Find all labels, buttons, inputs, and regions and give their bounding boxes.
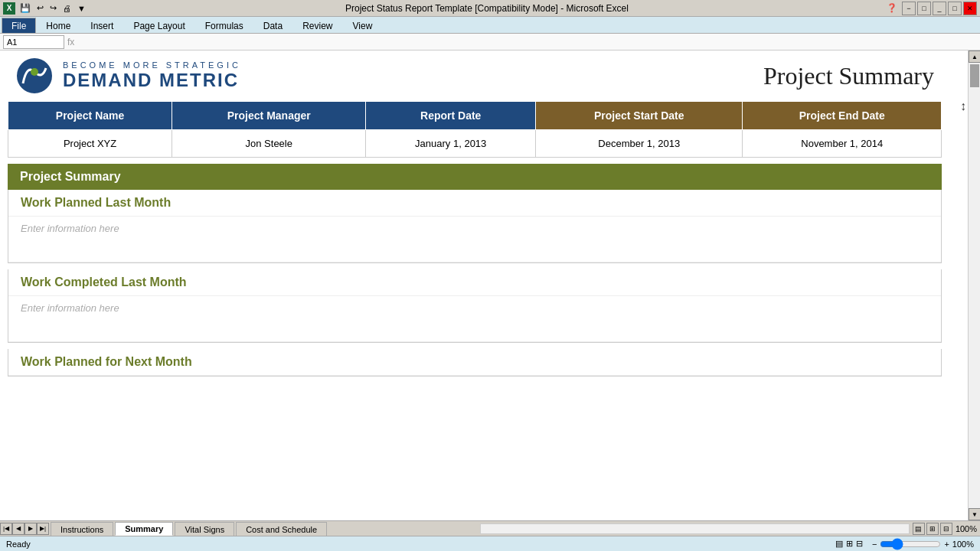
subsection-body-work-planned[interactable]: Enter information here bbox=[8, 217, 941, 262]
col-header-project-manager: Project Manager bbox=[172, 102, 366, 130]
logo-tagline: Become More Strategic bbox=[63, 60, 241, 70]
vertical-scrollbar[interactable]: ▲ ▼ bbox=[968, 51, 980, 520]
page-layout-view-button[interactable]: ⊞ bbox=[926, 523, 939, 535]
cell-report-date[interactable]: January 1, 2013 bbox=[366, 130, 536, 158]
status-left: Ready bbox=[6, 540, 31, 549]
header-area: Become More Strategic Demand Metric Proj… bbox=[0, 51, 949, 101]
spreadsheet-content: Become More Strategic Demand Metric Proj… bbox=[0, 51, 949, 377]
title-bar-left: X 💾 ↩ ↪ 🖨 ▼ bbox=[3, 2, 87, 15]
normal-view-button[interactable]: ▤ bbox=[913, 523, 925, 535]
tab-review[interactable]: Review bbox=[292, 18, 342, 33]
placeholder-work-completed: Enter information here bbox=[21, 302, 119, 314]
col-header-project-start-date: Project Start Date bbox=[536, 102, 743, 130]
name-box[interactable] bbox=[3, 35, 64, 49]
zoom-minus-button[interactable]: − bbox=[872, 540, 877, 549]
print-qat-button[interactable]: 🖨 bbox=[61, 4, 73, 13]
zoom-level: 100% bbox=[956, 524, 977, 533]
minimize-button[interactable]: _ bbox=[933, 2, 946, 15]
formula-bar: fx bbox=[0, 34, 980, 51]
sheet-nav-first[interactable]: |◀ bbox=[0, 523, 12, 535]
col-header-project-end-date: Project End Date bbox=[743, 102, 942, 130]
sheet-tab-vital-signs[interactable]: Vital Signs bbox=[175, 522, 234, 536]
zoom-percentage: 100% bbox=[952, 540, 974, 549]
col-header-project-name: Project Name bbox=[8, 102, 172, 130]
scroll-up-button[interactable]: ▲ bbox=[969, 51, 980, 63]
sheet-tabs: Instructions Summary Vital Signs Cost an… bbox=[49, 521, 477, 536]
cell-project-name[interactable]: Project XYZ bbox=[8, 130, 172, 158]
formula-divider: fx bbox=[67, 37, 74, 47]
demand-metric-logo-icon bbox=[15, 57, 54, 95]
tab-view[interactable]: View bbox=[343, 18, 383, 33]
tab-formulas[interactable]: Formulas bbox=[195, 18, 253, 33]
subsection-work-planned-next-month: Work Planned for Next Month bbox=[8, 349, 942, 377]
logo-text: Become More Strategic Demand Metric bbox=[63, 60, 241, 91]
tab-page-layout[interactable]: Page Layout bbox=[123, 18, 194, 33]
tab-data[interactable]: Data bbox=[253, 18, 292, 33]
logo-name: Demand Metric bbox=[63, 70, 241, 91]
col-header-report-date: Report Date bbox=[366, 102, 536, 130]
scroll-thumb[interactable] bbox=[970, 64, 979, 87]
view-buttons: ▤ ⊞ ⊟ bbox=[913, 523, 952, 535]
title-bar: X 💾 ↩ ↪ 🖨 ▼ Project Status Report Templa… bbox=[0, 0, 980, 17]
page-break-view-button[interactable]: ⊟ bbox=[940, 523, 952, 535]
sheet-tab-cost-schedule[interactable]: Cost and Schedule bbox=[236, 522, 327, 536]
svg-point-1 bbox=[31, 68, 38, 76]
tab-file[interactable]: File bbox=[2, 18, 36, 33]
cell-project-end-date[interactable]: November 1, 2014 bbox=[743, 130, 942, 158]
sheet-nav-prev[interactable]: ◀ bbox=[12, 523, 24, 535]
status-right: ▤ ⊞ ⊟ − + 100% bbox=[835, 538, 974, 550]
zoom-plus-button[interactable]: + bbox=[944, 540, 949, 549]
excel-app-icon: X bbox=[3, 2, 15, 15]
scroll-down-button[interactable]: ▼ bbox=[969, 508, 980, 520]
save-qat-button[interactable]: 💾 bbox=[18, 3, 32, 13]
subsection-work-completed-last-month: Work Completed Last Month Enter informat… bbox=[8, 269, 942, 343]
close-button[interactable]: ✕ bbox=[963, 2, 977, 15]
cell-project-start-date[interactable]: December 1, 2013 bbox=[536, 130, 743, 158]
ribbon-expand-button[interactable]: □ bbox=[917, 2, 931, 15]
excel-window: X 💾 ↩ ↪ 🖨 ▼ Project Status Report Templa… bbox=[0, 0, 980, 551]
subsection-title-work-planned-next: Work Planned for Next Month bbox=[8, 349, 941, 376]
tab-insert[interactable]: Insert bbox=[80, 18, 123, 33]
logo-left: Become More Strategic Demand Metric bbox=[15, 57, 241, 95]
page-break-status-icon[interactable]: ⊟ bbox=[856, 539, 863, 549]
sheet-tab-instructions[interactable]: Instructions bbox=[51, 522, 113, 536]
ribbon-tabs: File Home Insert Page Layout Formulas Da… bbox=[0, 17, 980, 34]
subsection-title-work-completed: Work Completed Last Month bbox=[8, 269, 941, 296]
help-icon[interactable]: ❓ bbox=[887, 3, 897, 13]
horizontal-scrollbar[interactable] bbox=[480, 523, 910, 534]
customize-qat-button[interactable]: ▼ bbox=[76, 4, 87, 13]
normal-view-status-icon[interactable]: ▤ bbox=[835, 539, 843, 549]
ribbon-minimize-button[interactable]: − bbox=[902, 2, 916, 15]
page-title: Project Summary bbox=[763, 62, 934, 90]
redo-qat-button[interactable]: ↪ bbox=[48, 3, 58, 13]
subsection-work-planned-last-month: Work Planned Last Month Enter informatio… bbox=[8, 190, 942, 263]
status-ready: Ready bbox=[6, 540, 31, 549]
maximize-button[interactable]: □ bbox=[948, 2, 962, 15]
project-info-table: Project Name Project Manager Report Date… bbox=[8, 101, 942, 158]
tab-home[interactable]: Home bbox=[36, 18, 80, 33]
status-bar: Ready ▤ ⊞ ⊟ − + 100% bbox=[0, 536, 980, 551]
sheet-tab-summary[interactable]: Summary bbox=[115, 522, 173, 536]
sheet-nav-last[interactable]: ▶| bbox=[37, 523, 49, 535]
title-bar-right: ❓ − □ _ □ ✕ bbox=[887, 2, 977, 15]
undo-qat-button[interactable]: ↩ bbox=[35, 3, 45, 13]
cursor-indicator: ↕ bbox=[960, 99, 966, 113]
table-row: Project XYZ Jon Steele January 1, 2013 D… bbox=[8, 130, 942, 158]
project-summary-section-header: Project Summary bbox=[8, 164, 942, 190]
cell-project-manager[interactable]: Jon Steele bbox=[172, 130, 366, 158]
page-layout-status-icon[interactable]: ⊞ bbox=[846, 539, 853, 549]
subsection-body-work-completed[interactable]: Enter information here bbox=[8, 296, 941, 342]
placeholder-work-planned: Enter information here bbox=[21, 223, 119, 234]
subsection-title-work-planned: Work Planned Last Month bbox=[8, 190, 941, 217]
sheet-nav-next[interactable]: ▶ bbox=[24, 523, 37, 535]
window-title: Project Status Report Template [Compatib… bbox=[87, 3, 887, 14]
sheet-tabs-area: |◀ ◀ ▶ ▶| Instructions Summary Vital Sig… bbox=[0, 520, 980, 536]
scroll-track bbox=[969, 64, 980, 493]
zoom-slider[interactable] bbox=[880, 538, 941, 550]
